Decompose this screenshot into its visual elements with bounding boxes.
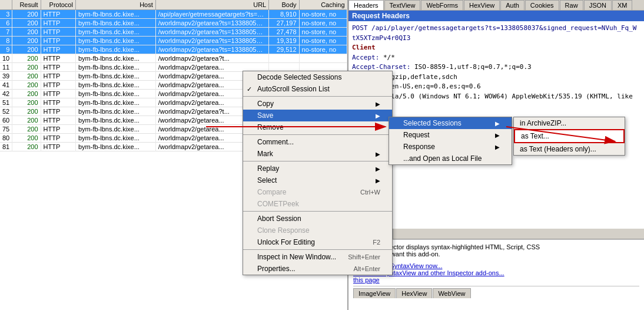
cell-body: 27,197	[269, 19, 299, 28]
save-selected-label: Selected Sessions	[403, 119, 462, 127]
cell-url: /worldmapv2/getarea?ts=13388058 03...	[155, 37, 268, 45]
col-url: URL	[155, 0, 268, 10]
cell-caching: no-store, no	[299, 45, 347, 54]
menu-copy[interactable]: Copy ▶	[243, 98, 392, 110]
cell-protocol: HTTP	[41, 72, 75, 81]
cell-caching: no-store, no	[299, 10, 347, 19]
header-ua: ent: Mozilla/5.0 (Windows NT 6.1; WOW64)…	[352, 92, 640, 111]
tab-webview[interactable]: WebView	[433, 288, 470, 298]
table-row[interactable]: 7 200 HTTP bym-fb-lbns.dc.kixe... /world…	[0, 28, 347, 37]
menu-decode[interactable]: Decode Selected Sessions	[243, 71, 392, 83]
menu-replay[interactable]: Replay ▶	[243, 163, 392, 174]
cell-result: 200	[12, 19, 41, 28]
tab-cookies[interactable]: Cookies	[525, 0, 559, 10]
menu-save[interactable]: Save ▶	[243, 110, 392, 121]
cell-protocol: HTTP	[41, 10, 75, 19]
cell-host: bym-fb-lbns.dc.kixe...	[75, 81, 155, 90]
cell-result: 200	[12, 81, 41, 90]
cell-body: 19,319	[269, 37, 299, 45]
table-row[interactable]: 10 200 HTTP bym-fb-lbns.dc.kixe... /worl…	[0, 54, 347, 63]
cell-id: 52	[0, 107, 12, 116]
cell-id: 6	[0, 19, 12, 28]
submenu-save-response[interactable]: Response ▶	[389, 141, 512, 153]
submenu-save-request[interactable]: Request ▶	[389, 129, 512, 141]
tab-headers[interactable]: Headers	[348, 0, 384, 11]
menu-unlock[interactable]: Unlock For Editing F2	[243, 236, 392, 248]
cell-host: bym-fb-lbns.dc.kixe...	[75, 63, 155, 72]
submenu-as-text-headers[interactable]: as Text (Headers only)...	[514, 143, 625, 155]
submenu-save-local[interactable]: ...and Open as Local File	[389, 153, 512, 164]
menu-abort[interactable]: Abort Session	[243, 213, 392, 225]
submenu-as-text[interactable]: as Text...	[514, 129, 625, 143]
cell-result: 200	[12, 90, 41, 98]
cell-host: bym-fb-lbns.dc.kixe...	[75, 98, 155, 107]
cell-host: bym-fb-lbns.dc.kixe...	[75, 134, 155, 143]
cell-host: bym-fb-lbns.dc.kixe...	[75, 107, 155, 116]
cell-protocol: HTTP	[41, 134, 75, 143]
cell-caching: no-store, no	[299, 19, 347, 28]
table-row[interactable]: 8 200 HTTP bym-fb-lbns.dc.kixe... /world…	[0, 37, 347, 45]
cell-host: bym-fb-lbns.dc.kixe...	[75, 54, 155, 63]
client-label: Client	[352, 44, 376, 51]
save-response-arrow: ▶	[495, 144, 500, 150]
cell-host: bym-fb-lbns.dc.kixe...	[75, 10, 155, 19]
col-host: Host	[75, 0, 155, 10]
submenu-archive[interactable]: in ArchiveZIP...	[514, 117, 625, 129]
tab-json[interactable]: JSON	[584, 0, 612, 10]
cell-host: bym-fb-lbns.dc.kixe...	[75, 37, 155, 45]
cell-protocol: HTTP	[41, 98, 75, 107]
cell-result: 200	[12, 116, 41, 125]
tab-textview[interactable]: TextView	[384, 0, 421, 10]
cell-url: /worldmapv2/getarea?ts=133880580 3...	[155, 28, 268, 37]
tab-auth[interactable]: Auth	[500, 0, 525, 10]
remove-arrow: ▶	[376, 124, 380, 131]
menu-inspect[interactable]: Inspect in New Window... Shift+Enter	[243, 251, 392, 263]
cell-host: bym-fb-lbns.dc.kixe...	[75, 45, 155, 54]
post-line: POST /api/player/getmessagetargets?ts=13…	[352, 24, 640, 43]
table-row[interactable]: 6 200 HTTP bym-fb-lbns.dc.kixe... /world…	[0, 19, 347, 28]
cell-result: 200	[12, 72, 41, 81]
cell-id: 42	[0, 90, 12, 98]
tab-imageview[interactable]: ImageView	[353, 288, 396, 298]
tab-raw[interactable]: Raw	[560, 0, 583, 10]
tab-xml[interactable]: XM	[612, 0, 633, 10]
cell-result: 200	[12, 125, 41, 134]
syntax-text-2: eloper, you'll want this add-on.	[353, 250, 639, 258]
cell-id: 7	[0, 28, 12, 37]
cell-protocol: HTTP	[41, 45, 75, 54]
syntax-link-3[interactable]: this page	[353, 276, 639, 283]
divider-5	[243, 249, 392, 250]
cell-protocol: HTTP	[41, 125, 75, 134]
cell-id: 60	[0, 116, 12, 125]
menu-select[interactable]: Select ▶	[243, 174, 392, 186]
menu-comment[interactable]: Comment...	[243, 136, 392, 148]
menu-compare: Compare Ctrl+W	[243, 186, 392, 198]
tab-hexview2[interactable]: HexView	[396, 288, 432, 298]
tab-hexview[interactable]: HexView	[464, 0, 500, 10]
tab-webforms[interactable]: WebForms	[421, 0, 463, 10]
menu-properties[interactable]: Properties... Alt+Enter	[243, 263, 392, 275]
submenu-save-selected[interactable]: Selected Sessions ▶	[389, 117, 512, 129]
cell-result: 200	[12, 10, 41, 19]
cell-host: bym-fb-lbns.dc.kixe...	[75, 125, 155, 134]
cell-url: /worldmapv2/getarea?ts=133880580 3...	[155, 19, 268, 28]
table-row[interactable]: 9 200 HTTP bym-fb-lbns.dc.kixe... /world…	[0, 45, 347, 54]
cell-result: 200	[12, 54, 41, 63]
top-tabs-row: Headers TextView WebForms HexView Auth C…	[348, 0, 644, 11]
select-arrow: ▶	[376, 177, 380, 184]
table-row[interactable]: 3 200 HTTP bym-fb-lbns.dc.kixe... /api/p…	[0, 10, 347, 19]
cell-id: 11	[0, 63, 12, 72]
cell-host: bym-fb-lbns.dc.kixe...	[75, 28, 155, 37]
col-result: Result	[12, 0, 41, 10]
cell-result: 200	[12, 98, 41, 107]
divider-2	[243, 134, 392, 135]
syntax-link-1[interactable]: d and Install SyntaxView now...	[353, 262, 639, 269]
menu-mark[interactable]: Mark ▶	[243, 148, 392, 160]
menu-autoscroll[interactable]: AutoScroll Session List	[243, 83, 392, 95]
divider-4	[243, 211, 392, 212]
syntax-link-2[interactable]: ore about SyntaxView and other Inspector…	[353, 269, 639, 276]
menu-remove[interactable]: Remove ▶	[243, 121, 392, 133]
request-content: POST /api/player/getmessagetargets?ts=13…	[348, 21, 644, 123]
col-caching: Caching	[299, 0, 347, 10]
header-language: Language: en-US,en;q=0.8,es;q=0.6	[352, 82, 640, 92]
